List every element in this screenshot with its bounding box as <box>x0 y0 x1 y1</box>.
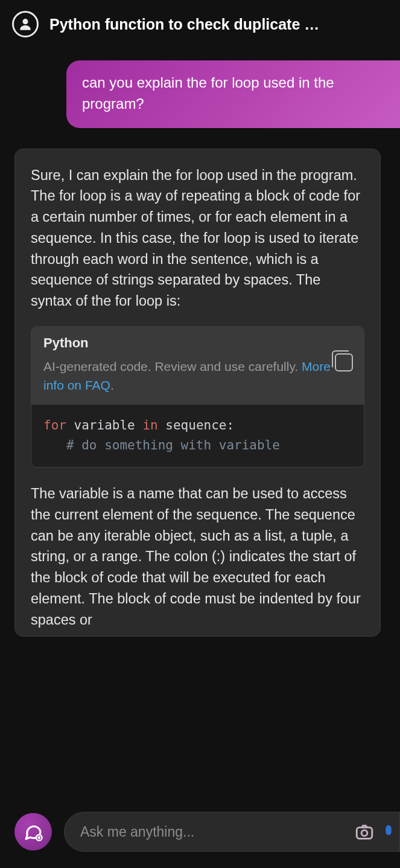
chat-header: Python function to check duplicate … <box>0 0 400 46</box>
code-disclaimer-text: AI-generated code. Review and use carefu… <box>43 359 302 373</box>
composer-bar <box>0 796 400 868</box>
camera-icon <box>354 821 375 842</box>
code-keyword-for: for <box>43 418 66 432</box>
code-disclaimer: AI-generated code. Review and use carefu… <box>43 357 352 395</box>
page-title: Python function to check duplicate … <box>49 16 388 33</box>
mic-button-partial[interactable] <box>384 812 395 852</box>
user-avatar-icon[interactable] <box>12 11 39 37</box>
code-block-card: Python AI-generated code. Review and use… <box>31 326 364 468</box>
svg-rect-2 <box>357 828 372 838</box>
assistant-text-intro: Sure, I can explain the for loop used in… <box>31 165 364 312</box>
person-icon <box>17 16 33 32</box>
svg-rect-4 <box>386 825 391 835</box>
user-message-bubble: can you explain the for loop used in the… <box>66 60 400 128</box>
code-text: variable <box>66 418 142 432</box>
microphone-icon <box>385 820 395 844</box>
composer-input[interactable] <box>80 824 345 840</box>
svg-point-0 <box>22 19 28 24</box>
assistant-message-bubble: Sure, I can explain the for loop used in… <box>14 149 381 637</box>
code-keyword-in: in <box>142 418 157 432</box>
chat-plus-icon <box>22 821 44 843</box>
camera-button[interactable] <box>352 820 376 844</box>
composer-input-wrap <box>64 812 400 852</box>
copy-code-button[interactable] <box>335 353 353 371</box>
new-chat-button[interactable] <box>14 813 52 850</box>
code-comment: # do something with variable <box>43 438 280 452</box>
assistant-text-after: The variable is a name that can be used … <box>31 483 364 630</box>
chat-scroll-area[interactable]: can you explain the for loop used in the… <box>0 46 400 759</box>
code-text: sequence: <box>158 418 234 432</box>
code-block-header: Python AI-generated code. Review and use… <box>31 327 364 405</box>
code-block-body[interactable]: for variable in sequence: # do something… <box>31 405 364 467</box>
code-language-label: Python <box>43 335 352 351</box>
user-message-text: can you explain the for loop used in the… <box>82 74 334 112</box>
svg-point-3 <box>361 830 367 836</box>
